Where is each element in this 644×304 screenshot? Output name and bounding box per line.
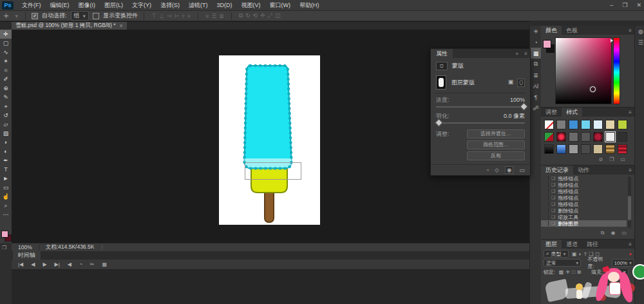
tab-swatches[interactable]: 色板 bbox=[562, 26, 582, 35]
menu-11[interactable]: 帮助(H) bbox=[295, 0, 324, 10]
style-swatch-14[interactable] bbox=[618, 132, 627, 142]
menu-8[interactable]: 3D(D) bbox=[213, 0, 237, 10]
style-swatch-21[interactable] bbox=[618, 144, 627, 154]
clone-stamp-tool[interactable]: ⌖ bbox=[0, 102, 12, 111]
history-source-checkbox[interactable] bbox=[543, 176, 549, 181]
style-swatch-18[interactable] bbox=[581, 144, 591, 154]
style-swatch-11[interactable] bbox=[581, 132, 591, 142]
hue-marker[interactable] bbox=[611, 39, 613, 43]
edit-toolbar[interactable]: ⋯ bbox=[0, 210, 12, 219]
brush-tool[interactable]: ✎ bbox=[0, 93, 12, 102]
move-tool-option-icon[interactable]: ✛ bbox=[3, 13, 10, 19]
menu-4[interactable]: 图层(L) bbox=[100, 0, 128, 10]
disable-mask-eye-icon[interactable]: ◉ bbox=[505, 166, 514, 174]
properties-tab[interactable]: 属性 bbox=[431, 49, 453, 58]
menu-10[interactable]: 窗口(W) bbox=[265, 0, 296, 10]
minimize-icon[interactable]: – bbox=[610, 0, 613, 10]
distribute-icon[interactable]: ≡ bbox=[204, 13, 210, 19]
style-swatch-9[interactable] bbox=[556, 132, 566, 142]
threed-icon[interactable]: ◫ bbox=[274, 12, 282, 19]
path-selection-tool[interactable]: ► bbox=[0, 174, 12, 183]
menu-1[interactable]: 文件(F) bbox=[17, 0, 46, 10]
history-step[interactable]: ❏缩放工具 bbox=[541, 214, 627, 220]
add-vector-mask-icon[interactable]: ⬯ bbox=[517, 79, 525, 87]
delete-state-icon[interactable]: ▭ bbox=[621, 230, 627, 236]
select-and-mask-button[interactable]: 选择并遮住… bbox=[467, 129, 525, 138]
history-scrollbar[interactable] bbox=[628, 176, 631, 228]
apply-mask-icon[interactable]: ⬦ bbox=[495, 167, 498, 174]
far-dock-icon-1[interactable]: ◍ bbox=[635, 26, 644, 37]
type-tool[interactable]: T bbox=[0, 165, 12, 174]
tab-paths[interactable]: 路径 bbox=[582, 240, 603, 249]
dock-panel-icon-1[interactable]: ✳ bbox=[530, 26, 542, 37]
hue-slider[interactable] bbox=[613, 37, 620, 104]
dock-panel-icon-3[interactable]: ▦ bbox=[530, 48, 542, 59]
hand-tool[interactable]: ☝ bbox=[0, 192, 12, 201]
document-tab[interactable]: 雪糕.psd @ 100% (矩形 1 拷贝, RGB/8) * × bbox=[12, 22, 127, 30]
new-doc-from-state-icon[interactable]: ⧉ bbox=[601, 230, 605, 236]
status-chevron-icon[interactable]: 〉 bbox=[100, 243, 106, 251]
distribute-icon[interactable]: ≣ bbox=[218, 13, 225, 19]
menu-5[interactable]: 文字(Y) bbox=[128, 0, 156, 10]
fill-dropdown[interactable]: 100% ▾ bbox=[605, 268, 628, 276]
dock-panel-icon-7[interactable]: ¶ bbox=[530, 91, 542, 102]
color-saturation-field[interactable] bbox=[555, 37, 612, 104]
history-scrollbar-thumb[interactable] bbox=[628, 196, 631, 220]
timeline-control-2[interactable]: ◀ bbox=[28, 261, 37, 267]
threed-icon[interactable]: ⤢ bbox=[267, 12, 274, 19]
style-swatch-12[interactable] bbox=[593, 132, 603, 142]
threed-icon[interactable]: ⟲ bbox=[252, 12, 260, 19]
new-snapshot-icon[interactable]: ◉ bbox=[611, 230, 615, 236]
crop-tool[interactable]: ⌗ bbox=[0, 66, 12, 75]
style-swatch-1[interactable] bbox=[544, 120, 554, 129]
new-style-icon[interactable]: ❐ bbox=[609, 157, 614, 162]
load-selection-from-mask-icon[interactable]: ▫ bbox=[487, 167, 489, 173]
color-cursor[interactable] bbox=[590, 86, 596, 92]
history-step[interactable]: ❏删除图层 bbox=[541, 220, 627, 227]
collapse-panel-icon[interactable]: » bbox=[516, 51, 518, 57]
lock-icon[interactable]: ✛ bbox=[565, 269, 571, 275]
history-source-checkbox[interactable] bbox=[543, 195, 549, 200]
style-swatch-10[interactable] bbox=[569, 132, 578, 142]
history-brush-tool[interactable]: ↺ bbox=[0, 111, 12, 120]
timeline-control-6[interactable]: ◔ bbox=[77, 261, 85, 267]
dock-panel-icon-2[interactable]: ◔ bbox=[530, 37, 542, 48]
healing-brush-tool[interactable]: ⊕ bbox=[0, 84, 12, 93]
align-icon[interactable]: ⊧ bbox=[186, 13, 192, 19]
history-step[interactable]: ❏拖移锚点 bbox=[541, 188, 627, 195]
style-swatch-3[interactable] bbox=[569, 120, 578, 129]
menu-3[interactable]: 图像(I) bbox=[74, 0, 100, 10]
tab-channels[interactable]: 通道 bbox=[562, 240, 582, 249]
close-tab-icon[interactable]: × bbox=[120, 23, 123, 29]
density-slider[interactable] bbox=[436, 106, 525, 108]
filter-toggle-icon[interactable]: ● bbox=[629, 251, 632, 257]
dock-panel-icon-8[interactable]: ☍ bbox=[530, 102, 542, 113]
delete-style-icon[interactable]: ▭ bbox=[620, 157, 625, 162]
timeline-control-8[interactable]: ▦ bbox=[99, 261, 109, 267]
feather-slider[interactable] bbox=[436, 122, 525, 124]
lasso-tool[interactable]: ∿ bbox=[0, 48, 12, 57]
tab-layers[interactable]: 图层 bbox=[541, 240, 562, 249]
history-source-checkbox[interactable] bbox=[543, 221, 549, 226]
history-step[interactable]: ❏删除锚点 bbox=[541, 207, 627, 214]
far-dock-icon-2[interactable]: ☰ bbox=[635, 37, 644, 48]
history-step[interactable]: ❏拖移锚点 bbox=[541, 201, 627, 207]
auto-select-checkbox[interactable]: ✓ bbox=[32, 13, 38, 19]
shape-tool[interactable]: ▭ bbox=[0, 183, 12, 192]
auto-select-target-dropdown[interactable]: 组 ▾ bbox=[71, 11, 90, 21]
style-swatch-2[interactable] bbox=[556, 120, 566, 129]
style-swatch-13[interactable] bbox=[605, 132, 615, 142]
align-icon[interactable]: ⊢ bbox=[173, 13, 181, 19]
zoom-tool[interactable]: ⌕ bbox=[0, 201, 12, 210]
color-range-button[interactable]: 颜色范围… bbox=[467, 140, 525, 149]
tab-color[interactable]: 颜色 bbox=[541, 26, 562, 35]
zoom-level[interactable]: 100% bbox=[18, 244, 32, 251]
align-icon[interactable]: ⊤ bbox=[150, 13, 158, 19]
timeline-control-4[interactable]: ▶| bbox=[52, 261, 62, 267]
history-step[interactable]: ❏拖移锚点 bbox=[541, 195, 627, 201]
style-swatch-17[interactable] bbox=[569, 144, 578, 154]
history-source-checkbox[interactable] bbox=[543, 182, 549, 187]
pen-tool[interactable]: ✒ bbox=[0, 156, 12, 165]
style-swatch-6[interactable] bbox=[605, 120, 615, 129]
history-source-checkbox[interactable] bbox=[543, 202, 549, 207]
